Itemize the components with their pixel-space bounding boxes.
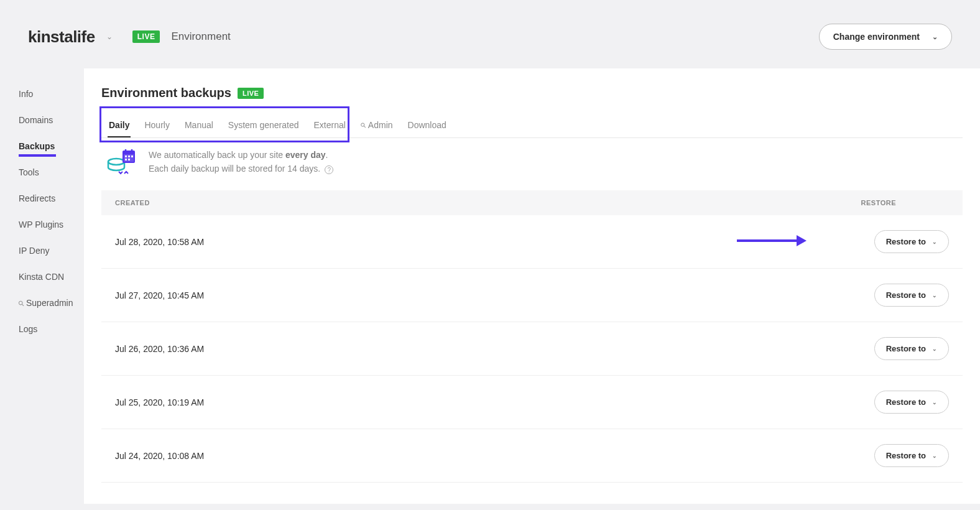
tab-label: Manual <box>185 120 213 130</box>
chevron-down-icon: ⌄ <box>932 453 937 459</box>
table-row: Jul 26, 2020, 10:36 AMRestore to⌄ <box>101 322 963 376</box>
restore-to-button[interactable]: Restore to⌄ <box>874 391 949 414</box>
tab-external[interactable]: External <box>306 114 353 137</box>
live-badge: LIVE <box>238 88 264 99</box>
restore-button-label: Restore to <box>886 451 926 460</box>
change-environment-button[interactable]: Change environment ⌄ <box>819 24 952 50</box>
restore-button-label: Restore to <box>886 397 926 407</box>
sidebar-item-logs[interactable]: Logs <box>19 316 84 342</box>
restore-to-button[interactable]: Restore to⌄ <box>874 337 949 360</box>
info-line1-bold: every day <box>285 150 326 160</box>
page-title-row: Environment backups LIVE <box>101 86 963 100</box>
help-icon[interactable]: ? <box>325 165 333 174</box>
sidebar-item-label: Kinsta CDN <box>19 272 64 282</box>
table-body: Jul 28, 2020, 10:58 AMRestore to⌄Jul 27,… <box>101 215 963 483</box>
tab-label: System generated <box>228 120 299 130</box>
tab-system-generated[interactable]: System generated <box>221 114 307 137</box>
sidebar-item-label: IP Deny <box>19 246 50 256</box>
info-line1-suffix: . <box>326 150 328 160</box>
sidebar-item-kinsta-cdn[interactable]: Kinsta CDN <box>19 264 84 290</box>
svg-rect-5 <box>125 155 127 157</box>
tab-download[interactable]: Download <box>400 114 454 137</box>
key-icon: ⚲ <box>358 121 368 130</box>
sidebar-item-redirects[interactable]: Redirects <box>19 185 84 211</box>
chevron-down-icon: ⌄ <box>932 292 937 299</box>
sidebar-item-label: Backups <box>19 141 55 151</box>
tab-label: Admin <box>368 120 393 130</box>
restore-to-button[interactable]: Restore to⌄ <box>874 444 949 467</box>
sidebar-item-label: Info <box>19 89 33 99</box>
restore-button-label: Restore to <box>886 344 926 353</box>
info-line2: Each daily backup will be stored for 14 … <box>149 164 320 174</box>
sidebar-item-ip-deny[interactable]: IP Deny <box>19 238 84 264</box>
restore-to-button[interactable]: Restore to⌄ <box>874 230 949 253</box>
chevron-down-icon: ⌄ <box>932 33 938 41</box>
table-row: Jul 28, 2020, 10:58 AMRestore to⌄ <box>101 215 963 269</box>
sidebar: InfoDomainsBackupsToolsRedirectsWP Plugi… <box>0 68 84 504</box>
svg-rect-6 <box>128 155 130 157</box>
table-row: Jul 27, 2020, 10:45 AMRestore to⌄ <box>101 269 963 322</box>
sidebar-item-label: Redirects <box>19 193 55 203</box>
svg-rect-8 <box>125 159 127 160</box>
sidebar-item-label: Tools <box>19 167 39 177</box>
tab-label: External <box>313 120 345 130</box>
svg-rect-7 <box>131 155 133 157</box>
restore-to-button[interactable]: Restore to⌄ <box>874 284 949 307</box>
sidebar-item-label: WP Plugins <box>19 220 63 230</box>
sidebar-item-label: Domains <box>19 115 53 125</box>
table-row: Jul 25, 2020, 10:19 AMRestore to⌄ <box>101 376 963 429</box>
info-section: We automatically back up your site every… <box>101 138 963 190</box>
backup-created-date: Jul 27, 2020, 10:45 AM <box>115 290 204 300</box>
sidebar-item-backups[interactable]: Backups <box>19 133 84 159</box>
chevron-down-icon: ⌄ <box>932 346 937 352</box>
sidebar-item-superadmin[interactable]: ⚲Superadmin <box>19 290 84 316</box>
tab-label: Hourly <box>144 120 169 130</box>
chevron-down-icon: ⌄ <box>932 399 937 406</box>
tab-label: Daily <box>109 120 129 130</box>
svg-rect-2 <box>124 154 134 162</box>
header: kinstalife ⌄ LIVE Environment Change env… <box>0 0 980 68</box>
restore-button-label: Restore to <box>886 290 926 300</box>
svg-rect-9 <box>128 159 130 160</box>
tab-admin[interactable]: ⚲Admin <box>353 114 400 137</box>
sidebar-item-wp-plugins[interactable]: WP Plugins <box>19 211 84 238</box>
table-row: Jul 24, 2020, 10:08 AMRestore to⌄ <box>101 429 963 483</box>
tab-label: Download <box>408 120 446 130</box>
column-created: CREATED <box>115 199 150 206</box>
page-title: Environment backups <box>101 86 231 100</box>
change-environment-label: Change environment <box>833 32 920 42</box>
info-line1-prefix: We automatically back up your site <box>149 150 285 160</box>
sidebar-item-tools[interactable]: Tools <box>19 159 84 185</box>
tabs: DailyHourlyManualSystem generatedExterna… <box>101 114 963 138</box>
sidebar-item-label: Logs <box>19 324 37 334</box>
tab-daily[interactable]: Daily <box>101 114 137 137</box>
chevron-down-icon[interactable]: ⌄ <box>106 32 113 41</box>
key-icon: ⚲ <box>16 299 26 308</box>
sidebar-item-label: Superadmin <box>26 298 73 308</box>
sidebar-item-info[interactable]: Info <box>19 81 84 107</box>
svg-point-0 <box>108 159 124 165</box>
backup-created-date: Jul 25, 2020, 10:19 AM <box>115 397 204 407</box>
site-name[interactable]: kinstalife <box>28 27 95 47</box>
chevron-down-icon: ⌄ <box>932 239 937 245</box>
annotation-arrow-icon <box>736 233 808 251</box>
column-restore: RESTORE <box>861 199 949 206</box>
header-left: kinstalife ⌄ LIVE Environment <box>28 27 231 47</box>
environment-label: Environment <box>171 30 230 43</box>
tab-manual[interactable]: Manual <box>177 114 221 137</box>
backup-created-date: Jul 26, 2020, 10:36 AM <box>115 344 204 354</box>
backup-created-date: Jul 24, 2020, 10:08 AM <box>115 451 204 461</box>
main-content: Environment backups LIVE DailyHourlyManu… <box>84 68 980 504</box>
backup-calendar-icon <box>106 148 137 178</box>
tab-hourly[interactable]: Hourly <box>137 114 177 137</box>
info-text: We automatically back up your site every… <box>149 148 333 176</box>
backup-created-date: Jul 28, 2020, 10:58 AM <box>115 237 204 247</box>
table-header: CREATED RESTORE <box>101 190 963 215</box>
sidebar-item-domains[interactable]: Domains <box>19 107 84 133</box>
restore-button-label: Restore to <box>886 237 926 246</box>
live-badge: LIVE <box>132 30 160 43</box>
